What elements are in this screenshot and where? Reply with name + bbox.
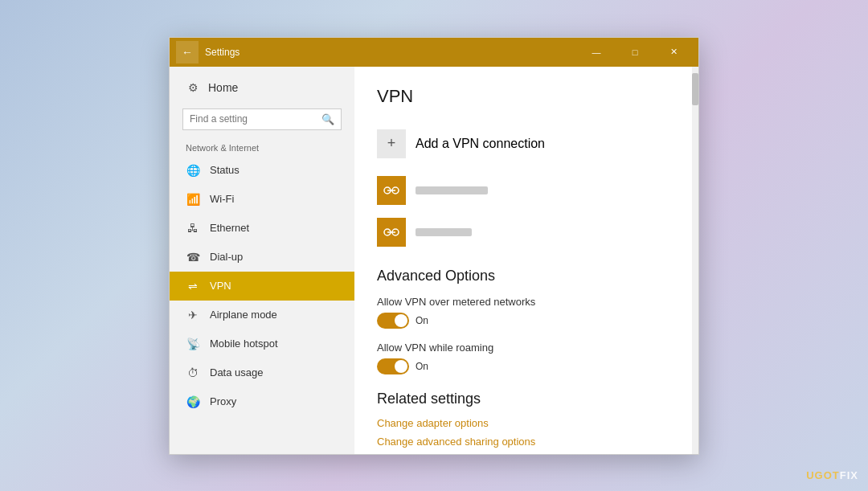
vpn-name-1 xyxy=(416,186,488,194)
status-label: Status xyxy=(210,164,240,176)
vpn-label: VPN xyxy=(210,280,231,292)
page-title: VPN xyxy=(377,86,669,107)
toggle-roaming-row: Allow VPN while roaming On xyxy=(377,342,669,374)
dialup-label: Dial-up xyxy=(210,251,243,263)
toggle-roaming-state: On xyxy=(416,361,428,372)
search-box: 🔍 xyxy=(182,108,342,130)
scrollbar-thumb[interactable] xyxy=(692,73,698,105)
toggle-metered-state: On xyxy=(416,315,428,326)
change-sharing-link[interactable]: Change advanced sharing options xyxy=(377,436,669,448)
window-controls: — □ ✕ xyxy=(578,41,692,63)
toggle-metered-row: Allow VPN over metered networks On xyxy=(377,296,669,329)
toggle-roaming-label: Allow VPN while roaming xyxy=(377,342,669,354)
hotspot-icon: 📡 xyxy=(186,338,200,350)
sidebar-item-vpn[interactable]: ⇌ VPN xyxy=(170,272,354,301)
vpn-entry-2[interactable] xyxy=(377,213,669,252)
wifi-icon: 📶 xyxy=(186,193,200,206)
toggle-metered[interactable] xyxy=(377,313,409,329)
proxy-icon: 🌍 xyxy=(186,395,200,408)
sidebar-item-airplane[interactable]: ✈ Airplane mode xyxy=(170,301,354,329)
minimize-button[interactable]: — xyxy=(578,41,615,63)
ethernet-icon: 🖧 xyxy=(186,222,200,235)
vpn-name-2 xyxy=(416,228,472,236)
sidebar: ⚙ Home 🔍 Network & Internet 🌐 Status 📶 W… xyxy=(170,67,354,454)
datausage-label: Data usage xyxy=(210,366,264,378)
home-label: Home xyxy=(208,81,238,94)
add-vpn-label: Add a VPN connection xyxy=(416,137,545,151)
sidebar-item-home[interactable]: ⚙ Home xyxy=(170,73,354,102)
sidebar-item-proxy[interactable]: 🌍 Proxy xyxy=(170,387,354,416)
wifi-label: Wi-Fi xyxy=(210,193,234,205)
sidebar-item-datausage[interactable]: ⏱ Data usage xyxy=(170,358,354,387)
add-vpn-button[interactable]: + Add a VPN connection xyxy=(377,123,669,165)
sidebar-item-wifi[interactable]: 📶 Wi-Fi xyxy=(170,185,354,214)
back-button[interactable]: ← xyxy=(176,41,199,63)
close-button[interactable]: ✕ xyxy=(655,41,692,63)
proxy-label: Proxy xyxy=(210,395,236,407)
main-panel: VPN + Add a VPN connection xyxy=(354,67,692,454)
search-input[interactable] xyxy=(190,113,321,125)
ethernet-label: Ethernet xyxy=(210,222,249,234)
settings-window: ← Settings — □ ✕ ⚙ Home 🔍 Network & Inte… xyxy=(169,37,699,455)
toggle-metered-label: Allow VPN over metered networks xyxy=(377,296,669,308)
vpn-icon: ⇌ xyxy=(186,280,200,293)
sidebar-item-dialup[interactable]: ☎ Dial-up xyxy=(170,243,354,272)
toggle-roaming[interactable] xyxy=(377,358,409,374)
related-settings-title: Related settings xyxy=(377,391,669,407)
vpn-entry-icon-1 xyxy=(377,176,406,205)
toggle-roaming-container: On xyxy=(377,358,669,374)
vpn-entry-icon-2 xyxy=(377,218,406,247)
watermark-highlight: UGOT xyxy=(806,469,840,481)
search-icon: 🔍 xyxy=(321,113,334,125)
home-icon: ⚙ xyxy=(186,81,200,94)
airplane-label: Airplane mode xyxy=(210,309,277,321)
change-adapter-link[interactable]: Change adapter options xyxy=(377,417,669,429)
section-label: Network & Internet xyxy=(170,137,354,156)
toggle-metered-container: On xyxy=(377,313,669,329)
maximize-button[interactable]: □ xyxy=(616,41,653,63)
window-title: Settings xyxy=(205,47,578,58)
sidebar-item-hotspot[interactable]: 📡 Mobile hotspot xyxy=(170,329,354,358)
dialup-icon: ☎ xyxy=(186,251,200,264)
titlebar: ← Settings — □ ✕ xyxy=(170,38,698,67)
advanced-options-title: Advanced Options xyxy=(377,268,669,284)
sidebar-item-ethernet[interactable]: 🖧 Ethernet xyxy=(170,214,354,243)
sidebar-item-status[interactable]: 🌐 Status xyxy=(170,156,354,185)
airplane-icon: ✈ xyxy=(186,309,200,321)
watermark: UGOTFIX xyxy=(806,469,858,481)
datausage-icon: ⏱ xyxy=(186,366,200,379)
status-icon: 🌐 xyxy=(186,164,200,177)
vpn-entry-1[interactable] xyxy=(377,171,669,210)
hotspot-label: Mobile hotspot xyxy=(210,338,278,350)
content-area: ⚙ Home 🔍 Network & Internet 🌐 Status 📶 W… xyxy=(170,67,698,454)
add-icon: + xyxy=(377,129,406,158)
scrollbar-track[interactable] xyxy=(692,67,698,454)
